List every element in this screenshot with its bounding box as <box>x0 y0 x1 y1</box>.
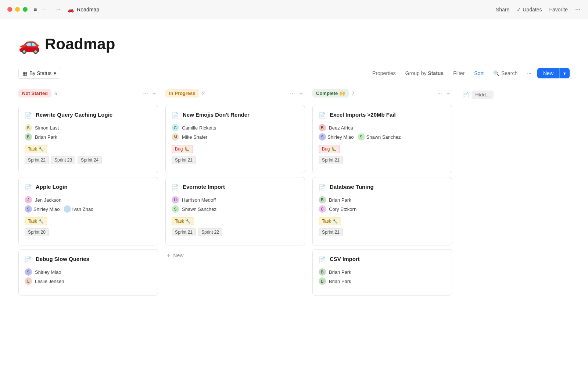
avatar: S <box>319 133 326 141</box>
more-options-button[interactable]: ··· <box>575 6 581 13</box>
doc-icon: 📄 <box>172 112 179 119</box>
card-sprints: Sprint 21 <box>319 228 446 236</box>
column-more-complete[interactable]: ··· <box>435 89 444 98</box>
person-row: S Simon Last <box>25 124 152 131</box>
card-title-row: 📄 Excel Imports >20Mb Fail <box>319 111 446 119</box>
card-people: B Brian Park C Cory Etzkorn <box>319 196 446 213</box>
column-add-complete[interactable]: + <box>444 89 452 98</box>
person-row: B Brian Park <box>319 196 446 204</box>
sprint-tag: Sprint 24 <box>78 156 102 164</box>
card-title: New Emojis Don't Render <box>183 111 250 118</box>
status-badge-complete: Complete 🙌 <box>312 89 349 98</box>
column-add-not-started[interactable]: + <box>150 89 158 98</box>
card-sprints: Sprint 20 <box>25 228 152 236</box>
view-selector-label: By Status <box>29 70 51 76</box>
sort-button[interactable]: Sort <box>470 68 487 78</box>
column-header-hidden: 📄 Hidd... <box>462 89 494 100</box>
card-new-emojis[interactable]: 📄 New Emojis Don't Render C Camille Rick… <box>165 105 305 173</box>
card-title-row: 📄 Database Tuning <box>319 183 446 191</box>
avatar: S <box>172 205 179 213</box>
search-button[interactable]: 🔍 Search <box>490 68 521 78</box>
column-add-in-progress[interactable]: + <box>297 89 305 98</box>
hamburger-button[interactable]: ≡ <box>33 6 37 13</box>
share-button[interactable]: Share <box>496 7 509 13</box>
avatar: B <box>319 277 326 285</box>
more-toolbar-button[interactable]: ··· <box>523 68 535 78</box>
person-name: Shawn Sanchez <box>366 134 401 140</box>
person-row: B Beez Africa <box>319 124 446 131</box>
card-sprints: Sprint 22 Sprint 23 Sprint 24 <box>25 156 152 164</box>
sprint-tag: Sprint 21 <box>172 228 196 236</box>
sprint-tag: Sprint 22 <box>25 156 49 164</box>
group-by-button[interactable]: Group by Status <box>402 68 447 78</box>
card-csv-import[interactable]: 📄 CSV Import B Brian Park B Brian Park <box>312 249 452 296</box>
page-title-label: Roadmap <box>77 7 99 13</box>
card-title: Debug Slow Queries <box>36 255 89 263</box>
favorite-button[interactable]: Favorite <box>549 7 568 13</box>
column-header-complete: Complete 🙌 7 ··· + <box>312 88 452 99</box>
sprint-tag: Sprint 21 <box>319 228 343 236</box>
column-count-in-progress: 2 <box>202 91 205 96</box>
card-tags: Task 🔧 <box>25 145 152 153</box>
person-row: J Jen Jackson <box>25 196 152 204</box>
nav-buttons: ← → <box>40 5 63 14</box>
doc-icon: 📄 <box>319 256 326 263</box>
plus-icon: + <box>167 252 170 259</box>
avatar: M <box>172 133 179 141</box>
group-by-value: Status <box>428 70 444 76</box>
person-row: M Mike Shafer <box>172 133 299 141</box>
properties-button[interactable]: Properties <box>369 68 399 78</box>
column-more-not-started[interactable]: ··· <box>141 89 150 98</box>
column-in-progress: In Progress 2 ··· + 📄 New Emojis Don't R… <box>165 88 305 262</box>
person-name: Leslie Jensen <box>35 279 64 284</box>
heading-emoji: 🚗 <box>18 34 40 54</box>
card-tags: Task 🔧 <box>319 217 446 225</box>
minimize-button[interactable] <box>15 7 20 12</box>
column-count-complete: 7 <box>352 91 355 96</box>
person-row: S Shawn Sanchez <box>172 205 299 213</box>
view-selector-button[interactable]: ▦ By Status ▾ <box>18 68 60 79</box>
person-name: Brian Park <box>35 134 57 140</box>
avatar: S <box>25 268 32 276</box>
close-button[interactable] <box>7 7 12 12</box>
chevron-down-icon: ▾ <box>54 70 56 76</box>
tag-task: Task 🔧 <box>25 217 47 225</box>
card-debug-slow-queries[interactable]: 📄 Debug Slow Queries S Shirley Miao L Le… <box>18 249 158 296</box>
card-title-row: 📄 Debug Slow Queries <box>25 255 152 263</box>
column-more-in-progress[interactable]: ··· <box>288 89 297 98</box>
maximize-button[interactable] <box>23 7 28 12</box>
new-button-dropdown[interactable]: ▾ <box>559 68 570 78</box>
avatar: B <box>25 133 32 141</box>
new-button[interactable]: New <box>537 68 559 78</box>
card-database-tuning[interactable]: 📄 Database Tuning B Brian Park C Cory Et… <box>312 177 452 245</box>
person-name: Shirley Miao <box>327 134 354 140</box>
card-apple-login[interactable]: 📄 Apple Login J Jen Jackson S Shirley Mi… <box>18 177 158 245</box>
sprint-tag: Sprint 22 <box>198 228 222 236</box>
card-people: B Brian Park B Brian Park <box>319 268 446 285</box>
card-rewrite-query[interactable]: 📄 Rewrite Query Caching Logic S Simon La… <box>18 105 158 173</box>
card-evernote-import[interactable]: 📄 Evernote Import H Harrison Medoff S Sh… <box>165 177 305 245</box>
card-title: Evernote Import <box>183 183 225 191</box>
updates-button[interactable]: ✓ Updates <box>517 7 542 13</box>
new-button-group: New ▾ <box>537 68 570 78</box>
status-badge-not-started: Not Started <box>18 89 51 98</box>
card-sprints: Sprint 21 <box>172 156 299 164</box>
title-bar: ≡ ← → 🚗 Roadmap Share ✓ Updates Favorite… <box>0 0 588 19</box>
filter-button[interactable]: Filter <box>449 68 468 78</box>
avatar: I <box>64 205 71 213</box>
card-sprints: Sprint 21 Sprint 22 <box>172 228 299 236</box>
card-tags: Task 🔧 <box>25 217 152 225</box>
card-title-row: 📄 Rewrite Query Caching Logic <box>25 111 152 119</box>
person-row: B Brian Park <box>319 268 446 276</box>
card-people: J Jen Jackson S Shirley Miao I Ivan Zhao <box>25 196 152 213</box>
card-tags: Bug 🐛 <box>319 145 446 153</box>
forward-button[interactable]: → <box>53 5 63 14</box>
add-new-in-progress[interactable]: + New <box>165 249 305 262</box>
card-excel-imports[interactable]: 📄 Excel Imports >20Mb Fail B Beez Africa… <box>312 105 452 173</box>
person-name: Shirley Miao <box>33 206 60 212</box>
back-button[interactable]: ← <box>40 5 50 14</box>
hidden-label: Hidd... <box>472 91 494 99</box>
avatar: B <box>319 268 326 276</box>
person-name: Shirley Miao <box>35 269 61 275</box>
avatar: S <box>358 133 365 141</box>
